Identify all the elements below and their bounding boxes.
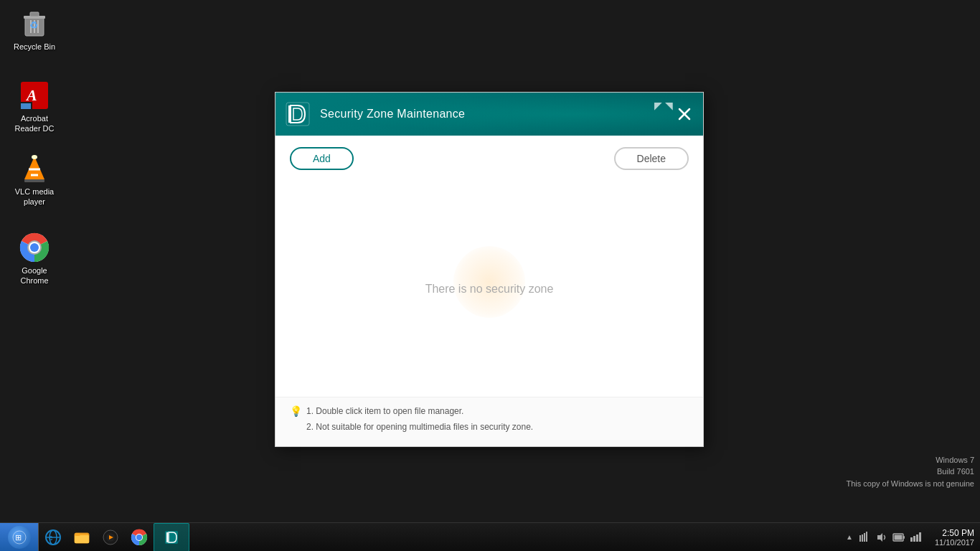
hint-text-1: 1. Double click item to open file manage… <box>306 405 463 418</box>
svg-point-19 <box>30 243 39 252</box>
svg-rect-30 <box>75 533 89 543</box>
add-button[interactable]: Add <box>290 147 354 170</box>
svg-text:♻: ♻ <box>29 19 39 31</box>
svg-text:⊞: ⊞ <box>15 533 22 542</box>
clock-date: 11/10/2017 <box>935 538 974 547</box>
tray-signal-icon[interactable] <box>909 530 923 545</box>
svg-rect-12 <box>24 179 44 182</box>
taskbar-security-zone[interactable] <box>154 523 189 552</box>
svg-rect-41 <box>859 535 861 542</box>
start-button[interactable]: ⊞ <box>0 523 39 552</box>
windows-build: Build 7601 <box>846 466 974 478</box>
svg-point-37 <box>136 534 143 541</box>
clock-time: 2:50 PM <box>942 528 974 538</box>
vlc-label: VLC media player <box>9 187 60 207</box>
svg-rect-42 <box>862 534 863 542</box>
resize-arrow-right: ◥ <box>665 100 673 111</box>
hint-text-2: 2. Not suitable for opening multimedia f… <box>306 420 533 433</box>
svg-point-38 <box>136 534 142 540</box>
svg-point-36 <box>131 529 147 545</box>
tray-battery-icon[interactable] <box>892 530 906 545</box>
taskbar-ie[interactable]: e <box>39 523 67 552</box>
svg-rect-47 <box>903 536 905 539</box>
dialog-toolbar: Add Delete <box>275 136 703 182</box>
taskbar: ⊞ e <box>0 522 980 551</box>
windows-genuine-notice: Windows 7 Build 7601 This copy of Window… <box>840 451 980 493</box>
tray-expand-arrow[interactable]: ▲ <box>844 533 854 541</box>
svg-rect-31 <box>75 535 89 543</box>
chrome-label: Google Chrome <box>9 265 60 286</box>
taskbar-icons: e <box>39 523 839 552</box>
acrobat-reader-icon[interactable]: A Acrobat Reader DC <box>6 77 63 137</box>
resize-arrow-left: ◤ <box>654 100 662 111</box>
svg-rect-32 <box>75 533 80 536</box>
dialog-logo <box>284 100 311 128</box>
dialog-header: ◤ ◥ Security Zone Maintenance <box>275 93 703 136</box>
taskbar-explorer[interactable] <box>67 523 96 552</box>
dialog-title: Security Zone Maintenance <box>320 108 465 121</box>
svg-point-26 <box>46 530 60 545</box>
clock[interactable]: 2:50 PM 11/10/2017 <box>929 528 980 547</box>
svg-rect-52 <box>919 532 921 542</box>
svg-rect-39 <box>165 531 178 544</box>
svg-point-27 <box>50 530 57 545</box>
svg-text:e: e <box>49 534 53 542</box>
windows-genuine-text: This copy of Windows is not genuine <box>846 478 974 490</box>
svg-marker-35 <box>109 535 113 540</box>
svg-rect-49 <box>910 537 913 542</box>
desktop: ♻ Recycle Bin A Acrobat Reader DC <box>0 0 980 522</box>
delete-button[interactable]: Delete <box>614 147 689 170</box>
watermark <box>453 246 525 318</box>
windows-version: Windows 7 <box>846 454 974 466</box>
dialog-body: Add Delete There is no security zone 💡 1… <box>275 136 703 446</box>
svg-point-33 <box>103 530 118 545</box>
hint-icon-1: 💡 <box>290 405 302 417</box>
svg-marker-45 <box>877 533 882 542</box>
svg-rect-44 <box>866 532 867 542</box>
hint-row-1: 💡 1. Double click item to open file mana… <box>290 405 689 418</box>
security-zone-dialog: ◤ ◥ Security Zone Maintenance <box>275 92 704 447</box>
acrobat-label: Acrobat Reader DC <box>9 113 60 134</box>
svg-rect-48 <box>894 534 902 540</box>
system-tray: ▲ <box>839 530 929 545</box>
svg-rect-50 <box>913 536 915 542</box>
svg-point-15 <box>32 155 37 159</box>
svg-rect-51 <box>916 534 918 542</box>
vlc-icon[interactable]: VLC media player <box>6 151 63 210</box>
taskbar-chrome[interactable] <box>125 523 154 552</box>
tray-volume-icon[interactable] <box>875 530 889 545</box>
svg-point-34 <box>106 533 115 542</box>
svg-rect-43 <box>864 533 865 542</box>
svg-text:A: A <box>25 86 37 104</box>
empty-message: There is no security zone <box>425 283 554 296</box>
recycle-bin-icon[interactable]: ♻ Recycle Bin <box>6 6 63 55</box>
hint-row-2: 💡 2. Not suitable for opening multimedia… <box>290 420 689 433</box>
taskbar-media-player[interactable] <box>96 523 125 552</box>
svg-rect-10 <box>21 103 31 109</box>
dialog-content: There is no security zone <box>275 182 703 397</box>
dialog-close-button[interactable] <box>674 104 694 124</box>
start-orb: ⊞ <box>8 526 31 549</box>
dialog-footer: 💡 1. Double click item to open file mana… <box>275 397 703 446</box>
resize-handle[interactable]: ◤ ◥ <box>654 100 673 111</box>
recycle-bin-label: Recycle Bin <box>14 42 55 52</box>
svg-rect-2 <box>30 12 39 17</box>
tray-network-icon[interactable] <box>857 530 872 545</box>
google-chrome-icon[interactable]: Google Chrome <box>6 230 63 289</box>
